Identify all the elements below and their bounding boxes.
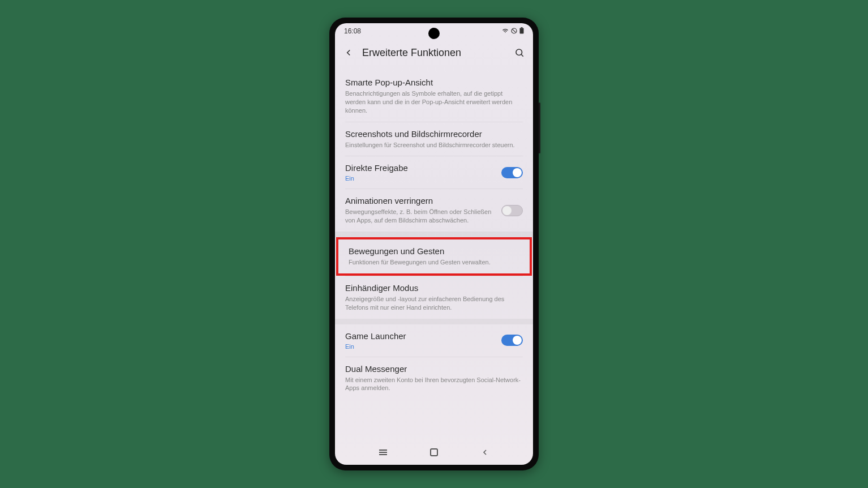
setting-game-launcher[interactable]: Game Launcher Ein [335,324,533,357]
phone-device-frame: 16:08 Erweiterte Funktionen [329,18,539,470]
setting-screenshots-recorder[interactable]: Screenshots und Bildschirmrecorder Einst… [335,122,533,156]
setting-title: Einhändiger Modus [345,283,523,293]
navigation-bar [335,440,533,465]
toggle-direct-share[interactable] [501,167,523,178]
search-button[interactable] [513,46,526,59]
dnd-icon [511,28,517,35]
setting-title: Bewegungen und Gesten [349,246,519,256]
svg-rect-2 [521,27,523,28]
setting-motions-gestures[interactable]: Bewegungen und Gesten Funktionen für Bew… [338,239,530,273]
setting-smart-popup[interactable]: Smarte Pop-up-Ansicht Benachrichtigungen… [335,71,533,122]
setting-desc: Einstellungen für Screenshot und Bildsch… [345,141,523,149]
highlight-annotation: Bewegungen und Gesten Funktionen für Bew… [336,237,532,276]
setting-direct-share[interactable]: Direkte Freigabe Ein [335,156,533,189]
setting-title: Smarte Pop-up-Ansicht [345,78,523,87]
setting-desc: Funktionen für Bewegungen und Gesten ver… [349,258,519,267]
setting-status: Ein [345,175,496,182]
page-title: Erweiterte Funktionen [362,47,506,59]
setting-desc: Benachrichtigungen als Symbole erhalten,… [345,89,523,115]
svg-rect-3 [520,28,524,34]
section-gap [335,319,533,324]
toggle-reduce-animations[interactable] [501,205,523,216]
back-button[interactable] [342,46,355,59]
setting-status: Ein [345,343,496,350]
app-bar: Erweiterte Funktionen [335,39,533,66]
status-time: 16:08 [344,27,361,35]
setting-desc: Bewegungseffekte, z. B. beim Öffnen oder… [345,208,496,225]
phone-screen: 16:08 Erweiterte Funktionen [335,23,533,465]
section-gap [335,232,533,237]
phone-side-button [539,102,540,153]
settings-list[interactable]: Smarte Pop-up-Ansicht Benachrichtigungen… [335,66,533,440]
nav-recents-button[interactable] [375,444,391,460]
status-icons [502,27,524,35]
wifi-icon [502,28,509,35]
setting-desc: Anzeigegröße und -layout zur einfacheren… [345,295,523,312]
nav-home-button[interactable] [426,444,442,460]
setting-title: Screenshots und Bildschirmrecorder [345,129,523,139]
setting-one-handed-mode[interactable]: Einhändiger Modus Anzeigegröße und -layo… [335,276,533,319]
nav-back-button[interactable] [477,444,493,460]
svg-line-5 [521,54,523,57]
setting-desc: Mit einem zweiten Konto bei Ihren bevorz… [345,376,523,393]
setting-title: Direkte Freigabe [345,163,496,173]
setting-title: Animationen verringern [345,196,496,206]
svg-point-4 [516,49,522,55]
setting-title: Game Launcher [345,331,496,341]
toggle-game-launcher[interactable] [501,335,523,346]
svg-line-1 [512,29,515,32]
setting-dual-messenger[interactable]: Dual Messenger Mit einem zweiten Konto b… [335,357,533,400]
setting-title: Dual Messenger [345,364,523,374]
setting-reduce-animations[interactable]: Animationen verringern Bewegungseffekte,… [335,189,533,232]
battery-icon [519,27,524,35]
camera-notch [428,28,440,39]
